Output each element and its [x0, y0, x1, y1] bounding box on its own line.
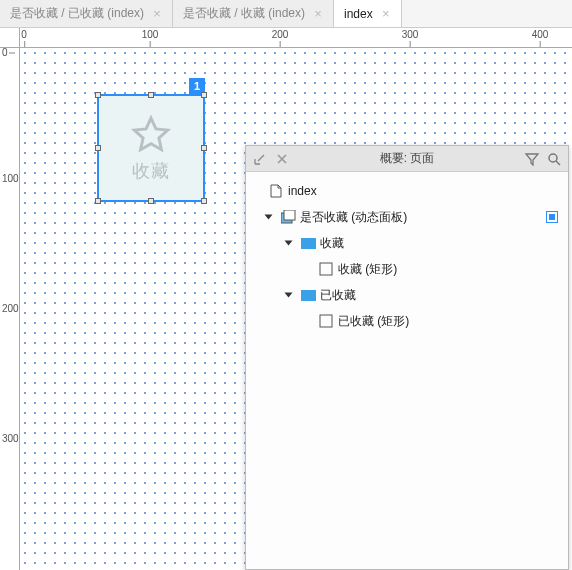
ruler-tick: 300: [2, 433, 19, 444]
svg-rect-4: [301, 238, 316, 249]
ruler-tick: 100: [2, 173, 19, 184]
close-icon[interactable]: ×: [150, 6, 164, 21]
svg-rect-5: [320, 263, 332, 275]
tree-row-state[interactable]: 已收藏: [250, 282, 564, 308]
tree-row-page[interactable]: index: [250, 178, 564, 204]
panel-title: 概要: 页面: [296, 150, 518, 167]
selected-indicator-icon: [546, 211, 558, 223]
expand-icon[interactable]: [266, 212, 276, 222]
resize-handle[interactable]: [95, 92, 101, 98]
star-icon: [129, 113, 173, 157]
tab-label: 是否收藏 / 已收藏 (index): [10, 5, 144, 22]
svg-rect-3: [284, 210, 295, 220]
rectangle-icon: [318, 262, 334, 276]
tree-row-shape[interactable]: 已收藏 (矩形): [250, 308, 564, 334]
ruler-tick: 0: [21, 29, 27, 40]
state-icon: [300, 288, 316, 302]
tree-label: 已收藏: [320, 287, 356, 304]
tab-bar: 是否收藏 / 已收藏 (index) × 是否收藏 / 收藏 (index) ×…: [0, 0, 572, 28]
filter-icon[interactable]: [524, 151, 540, 167]
ruler-tick: 200: [2, 303, 19, 314]
close-icon[interactable]: ×: [379, 6, 393, 21]
resize-handle[interactable]: [95, 145, 101, 151]
search-icon[interactable]: [546, 151, 562, 167]
expand-icon[interactable]: [286, 290, 296, 300]
ruler-tick: 400: [532, 29, 549, 40]
ruler-tick: 300: [402, 29, 419, 40]
ruler-vertical: 0 100 200 300: [0, 48, 20, 570]
ruler-corner: [0, 28, 20, 48]
collapse-icon[interactable]: [252, 151, 268, 167]
expand-icon[interactable]: [286, 238, 296, 248]
resize-handle[interactable]: [201, 145, 207, 151]
svg-line-1: [556, 161, 560, 165]
tab-1[interactable]: 是否收藏 / 已收藏 (index) ×: [0, 0, 173, 27]
ruler-tick: 200: [272, 29, 289, 40]
tree-label: 收藏 (矩形): [338, 261, 397, 278]
tab-label: 是否收藏 / 收藏 (index): [183, 5, 305, 22]
panel-header[interactable]: 概要: 页面: [246, 146, 568, 172]
outline-panel[interactable]: 概要: 页面 index 是否收藏 (动态面板): [245, 145, 569, 570]
tab-3[interactable]: index ×: [334, 0, 402, 27]
widget-favorite[interactable]: 收藏 1: [98, 95, 204, 201]
widget-label: 收藏: [132, 159, 170, 183]
resize-handle[interactable]: [148, 198, 154, 204]
close-icon[interactable]: [274, 151, 290, 167]
tree-label: 收藏: [320, 235, 344, 252]
rectangle-icon: [318, 314, 334, 328]
svg-rect-6: [301, 290, 316, 301]
ruler-horizontal: 0 100 200 300 400: [20, 28, 572, 48]
tab-2[interactable]: 是否收藏 / 收藏 (index) ×: [173, 0, 334, 27]
outline-tree: index 是否收藏 (动态面板) 收藏 收藏 (矩形): [246, 172, 568, 569]
tab-label: index: [344, 7, 373, 21]
tree-row-state[interactable]: 收藏: [250, 230, 564, 256]
tree-label: 是否收藏 (动态面板): [300, 209, 407, 226]
tree-label: 已收藏 (矩形): [338, 313, 409, 330]
page-icon: [268, 184, 284, 198]
tree-label: index: [288, 184, 317, 198]
resize-handle[interactable]: [95, 198, 101, 204]
ruler-tick: 0: [2, 47, 8, 58]
ruler-tick: 100: [142, 29, 159, 40]
close-icon[interactable]: ×: [311, 6, 325, 21]
tree-row-shape[interactable]: 收藏 (矩形): [250, 256, 564, 282]
resize-handle[interactable]: [148, 92, 154, 98]
tree-row-dynamic-panel[interactable]: 是否收藏 (动态面板): [250, 204, 564, 230]
dynamic-panel-icon: [280, 210, 296, 224]
svg-point-0: [549, 154, 557, 162]
state-icon: [300, 236, 316, 250]
svg-rect-7: [320, 315, 332, 327]
resize-handle[interactable]: [201, 92, 207, 98]
resize-handle[interactable]: [201, 198, 207, 204]
